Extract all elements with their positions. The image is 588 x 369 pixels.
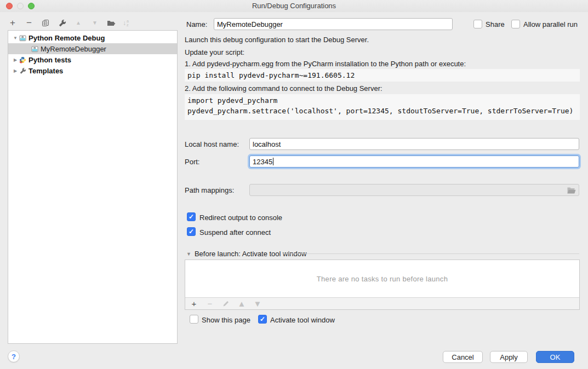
tree-item-templates[interactable]: ▶ Templates (8, 65, 177, 76)
collapse-arrow-icon: ▼ (186, 251, 191, 257)
name-input[interactable] (214, 18, 453, 30)
settrace-code: import pydevd_pycharmpydevd_pycharm.sett… (185, 94, 580, 120)
arrow-up-icon: ▲ (76, 18, 81, 28)
tree-item-label: Python Remote Debug (28, 34, 105, 42)
port-input[interactable]: 12345 (249, 155, 579, 168)
step2-text: 2. Add the following command to connect … (185, 84, 383, 93)
pencil-icon (222, 300, 230, 307)
tree-item-label: Python tests (28, 56, 71, 64)
show-this-page-label: Show this page (202, 316, 250, 324)
wrench-icon (19, 67, 26, 74)
update-script-text: Update your script: (185, 48, 244, 56)
share-label: Share (486, 20, 505, 28)
tasks-toolbar: + − ▲ ▼ (185, 297, 579, 309)
sort-arrow-icon: ↓ (123, 19, 126, 27)
show-this-page-checkbox[interactable]: ✓ (190, 315, 198, 324)
tree-item-myremotedebugger[interactable]: MyRemoteDebugger (8, 43, 177, 54)
arrow-up-icon: ▲ (238, 299, 246, 309)
question-mark-icon: ? (12, 353, 16, 361)
help-button[interactable]: ? (8, 350, 20, 362)
sort-az-icon: az (127, 19, 129, 27)
move-task-up-button[interactable]: ▲ (237, 299, 246, 308)
browse-folder-icon[interactable] (567, 187, 576, 194)
folder-plus-icon (107, 19, 116, 27)
allow-parallel-run-label: Allow parallel run (523, 20, 578, 28)
tasks-empty-text: There are no tasks to run before launch (185, 260, 579, 297)
arrow-down-icon: ▼ (254, 299, 262, 309)
check-icon: ✓ (189, 214, 194, 220)
move-up-button[interactable]: ▲ (73, 18, 83, 28)
suspend-after-connect-label: Suspend after connect (199, 228, 271, 237)
title-bar: Run/Debug Configurations (0, 0, 588, 12)
wrench-icon (58, 19, 66, 27)
activate-tool-window-checkbox[interactable]: ✓ (258, 315, 267, 324)
ok-button[interactable]: OK (536, 351, 574, 363)
activate-tool-window-label: Activate tool window (270, 316, 335, 324)
expand-arrow-icon[interactable]: ▶ (12, 68, 19, 73)
check-icon: ✓ (189, 228, 194, 235)
new-folder-button[interactable] (106, 18, 116, 28)
step1-text: 1. Add pydevd-pycharm.egg from the PyCha… (185, 60, 466, 68)
minus-icon: − (208, 299, 213, 309)
sort-configurations-button[interactable]: ↓ az (123, 19, 129, 27)
collapse-arrow-icon[interactable]: ▼ (12, 36, 19, 41)
apply-button[interactable]: Apply (490, 351, 528, 363)
path-mappings-field[interactable] (249, 184, 579, 196)
remove-configuration-button[interactable]: − (24, 18, 34, 28)
copy-configuration-button[interactable] (41, 18, 50, 28)
edit-defaults-button[interactable] (57, 18, 67, 28)
add-task-button[interactable]: + (190, 299, 198, 308)
share-checkbox[interactable]: ✓ (473, 20, 482, 28)
tree-item-label: MyRemoteDebugger (41, 45, 106, 53)
tree-item-python-tests[interactable]: ▶ Python tests (8, 54, 177, 65)
move-down-button[interactable]: ▼ (90, 18, 100, 28)
redirect-output-checkbox[interactable]: ✓ (187, 212, 196, 221)
configurations-tree: ▼ Python Remote Debug MyRemoteDebugger ▶… (8, 30, 178, 344)
run-debug-configurations-dialog: Run/Debug Configurations + − ▲ ▼ ↓ az ▼ … (0, 0, 588, 369)
copy-icon (42, 19, 49, 27)
remove-task-button[interactable]: − (205, 299, 214, 308)
check-icon: ✓ (260, 316, 265, 322)
add-configuration-button[interactable]: + (8, 18, 18, 28)
path-mappings-label: Path mappings: (185, 186, 234, 194)
arrow-down-icon: ▼ (92, 18, 98, 28)
allow-parallel-run-checkbox[interactable]: ✓ (511, 20, 520, 28)
redirect-output-label: Redirect output to console (199, 214, 282, 222)
run-config-icon (31, 45, 38, 53)
port-label: Port: (185, 158, 199, 166)
tree-item-python-remote-debug[interactable]: ▼ Python Remote Debug (8, 32, 177, 43)
configurations-toolbar: + − ▲ ▼ ↓ az (8, 16, 129, 30)
python-icon (19, 56, 26, 64)
local-host-name-input[interactable] (249, 138, 579, 150)
plus-icon: + (192, 299, 197, 309)
before-launch-tasks-panel: There are no tasks to run before launch … (185, 260, 580, 310)
cancel-button[interactable]: Cancel (443, 351, 483, 363)
edit-task-button[interactable] (221, 299, 230, 308)
local-host-name-label: Local host name: (185, 140, 239, 148)
text-cursor (273, 158, 273, 165)
name-label: Name: (186, 20, 207, 28)
expand-arrow-icon[interactable]: ▶ (12, 57, 19, 62)
tree-item-label: Templates (28, 67, 63, 75)
window-title: Run/Debug Configurations (0, 2, 588, 10)
move-task-down-button[interactable]: ▼ (253, 299, 262, 308)
minus-icon: − (26, 18, 32, 28)
run-config-icon (19, 34, 26, 42)
pip-install-code: pip install pydevd-pycharm~=191.6605.12 (185, 69, 580, 82)
intro-text: Launch this debug configuration to start… (185, 36, 369, 44)
plus-icon: + (10, 18, 15, 28)
suspend-after-connect-checkbox[interactable]: ✓ (187, 227, 196, 236)
section-divider (283, 253, 579, 254)
